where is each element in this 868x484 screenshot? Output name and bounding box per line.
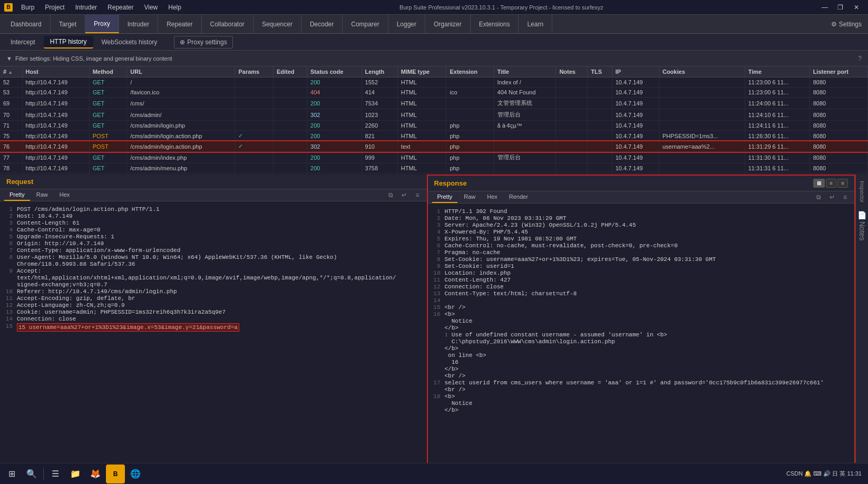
col-length[interactable]: Length xyxy=(362,66,397,78)
tab-decoder[interactable]: Decoder xyxy=(301,15,343,33)
col-id[interactable]: # ▲ xyxy=(0,66,22,78)
response-tab-raw[interactable]: Raw xyxy=(459,191,481,203)
response-panel-header: Response ⊞ ≡ ≡ xyxy=(428,176,855,191)
menu-project[interactable]: Project xyxy=(41,3,69,12)
resp-line-18: 18 <b> xyxy=(432,393,851,400)
inspector-notes-icon[interactable]: Notes xyxy=(858,221,866,241)
table-row[interactable]: 69 http://10.4.7.149 GET /cms/ 200 7534 … xyxy=(0,98,868,109)
col-port[interactable]: Listener port xyxy=(810,66,867,78)
view-list-button[interactable]: ≡ xyxy=(826,179,836,188)
cell-method: GET xyxy=(89,121,127,131)
col-edited[interactable]: Edited xyxy=(273,66,307,78)
request-wrap-icon[interactable]: ↵ xyxy=(398,190,410,200)
request-tab-raw[interactable]: Raw xyxy=(31,189,53,201)
sub-nav: Intercept HTTP history WebSockets histor… xyxy=(0,34,868,51)
cell-port: 8080 xyxy=(810,78,867,88)
table-row[interactable]: 77 http://10.4.7.149 GET /cms/admin/inde… xyxy=(0,152,868,163)
taskbar-firefox[interactable]: 🦊 xyxy=(86,464,105,483)
tab-comparer[interactable]: Comparer xyxy=(343,15,388,33)
taskbar-files[interactable]: 📁 xyxy=(66,464,85,483)
taskbar-search[interactable]: 🔍 xyxy=(22,464,41,483)
tab-proxy[interactable]: Proxy xyxy=(85,15,119,33)
menu-repeater[interactable]: Repeater xyxy=(103,3,138,12)
taskbar-sep1 xyxy=(43,468,44,480)
tab-repeater[interactable]: Repeater xyxy=(158,15,201,33)
col-time[interactable]: Time xyxy=(745,66,810,78)
subnav-intercept[interactable]: Intercept xyxy=(4,36,42,48)
tab-logger[interactable]: Logger xyxy=(388,15,425,33)
inspector-doc-icon[interactable]: 📄 xyxy=(857,211,866,219)
taskbar-windows[interactable]: ⊞ xyxy=(2,464,21,483)
table-row[interactable]: 76 http://10.4.7.149 POST /cms/admin/log… xyxy=(0,141,868,152)
subnav-websockets[interactable]: WebSockets history xyxy=(95,36,164,48)
menu-help[interactable]: Help xyxy=(164,3,186,12)
tab-sequencer[interactable]: Sequencer xyxy=(253,15,301,33)
view-grid-button[interactable]: ⊞ xyxy=(813,179,825,188)
cell-cookies xyxy=(659,78,745,88)
close-button[interactable]: ✕ xyxy=(849,2,864,13)
request-copy-icon[interactable]: ⧉ xyxy=(385,190,396,200)
tab-organizer[interactable]: Organizer xyxy=(425,15,471,33)
col-params[interactable]: Params xyxy=(235,66,274,78)
resp-line-11: 11 Content-Length: 427 xyxy=(432,277,851,283)
menu-intruder[interactable]: Intruder xyxy=(71,3,101,12)
tab-collaborator[interactable]: Collaborator xyxy=(202,15,253,33)
table-row[interactable]: 75 http://10.4.7.149 POST /cms/admin/log… xyxy=(0,131,868,141)
response-tab-pretty[interactable]: Pretty xyxy=(432,191,458,203)
tab-target[interactable]: Target xyxy=(51,15,85,33)
response-more-icon[interactable]: ≡ xyxy=(840,192,850,202)
maximize-button[interactable]: ❐ xyxy=(833,2,848,13)
table-row[interactable]: 71 http://10.4.7.149 GET /cms/admin/logi… xyxy=(0,121,868,131)
cell-mime: text xyxy=(397,141,446,152)
table-row[interactable]: 78 http://10.4.7.149 GET /cms/admin/menu… xyxy=(0,163,868,173)
col-status[interactable]: Status code xyxy=(307,66,362,78)
cell-length: 910 xyxy=(362,141,397,152)
taskbar-system-tray: CSDN 🔔 ⌨ 🔊 日 英 11:31 xyxy=(786,470,862,478)
request-more-icon[interactable]: ≡ xyxy=(412,190,422,200)
proxy-settings-button[interactable]: ⊕ Proxy settings xyxy=(174,36,232,49)
request-title: Request xyxy=(6,178,33,186)
menu-burp[interactable]: Burp xyxy=(17,3,38,12)
col-ext[interactable]: Extension xyxy=(446,66,494,78)
subnav-http-history[interactable]: HTTP history xyxy=(44,36,93,49)
request-tabs-left: Pretty Raw Hex xyxy=(4,189,75,201)
col-method[interactable]: Method xyxy=(89,66,127,78)
minimize-button[interactable]: — xyxy=(817,2,832,13)
col-mime[interactable]: MIME type xyxy=(397,66,446,78)
cell-host: http://10.4.7.149 xyxy=(22,109,89,121)
col-notes[interactable]: Notes xyxy=(556,66,588,78)
menu-view[interactable]: View xyxy=(140,3,162,12)
filter-help-icon[interactable]: ? xyxy=(858,55,862,62)
tab-learn[interactable]: Learn xyxy=(519,15,552,33)
table-row[interactable]: 70 http://10.4.7.149 GET /cms/admin/ 302… xyxy=(0,109,868,121)
cell-title xyxy=(494,141,556,152)
cell-ip: 10.4.7.149 xyxy=(612,78,659,88)
col-url[interactable]: URL xyxy=(127,66,235,78)
inspector-label[interactable]: Inspector xyxy=(858,179,866,205)
col-title[interactable]: Title xyxy=(494,66,556,78)
taskbar-browser[interactable]: 🌐 xyxy=(126,464,145,483)
taskbar-burp[interactable]: B xyxy=(106,464,125,483)
response-copy-icon[interactable]: ⧉ xyxy=(813,192,824,202)
response-tab-hex[interactable]: Hex xyxy=(482,191,503,203)
tab-dashboard[interactable]: Dashboard xyxy=(2,15,51,33)
cell-tls xyxy=(588,109,612,121)
filter-text[interactable]: ▼ Filter settings: Hiding CSS, image and… xyxy=(6,55,172,62)
taskbar-taskview[interactable]: ☰ xyxy=(46,464,65,483)
request-tab-hex[interactable]: Hex xyxy=(54,189,75,201)
settings-small-icon: ⊕ xyxy=(180,38,185,46)
tab-extensions[interactable]: Extensions xyxy=(471,15,519,33)
col-ip[interactable]: IP xyxy=(612,66,659,78)
view-more-button[interactable]: ≡ xyxy=(837,179,848,188)
request-tab-pretty[interactable]: Pretty xyxy=(4,189,30,201)
cell-url: /cms/admin/ xyxy=(127,109,235,121)
response-tab-render[interactable]: Render xyxy=(504,191,533,203)
settings-button[interactable]: ⚙ Settings xyxy=(825,15,868,33)
col-host[interactable]: Host xyxy=(22,66,89,78)
col-tls[interactable]: TLS xyxy=(588,66,612,78)
table-row[interactable]: 52 http://10.4.7.149 GET / 200 1552 HTML… xyxy=(0,78,868,88)
table-row[interactable]: 53 http://10.4.7.149 GET /favicon.ico 40… xyxy=(0,88,868,98)
col-cookies[interactable]: Cookies xyxy=(659,66,745,78)
tab-intruder[interactable]: Intruder xyxy=(119,15,158,33)
response-wrap-icon[interactable]: ↵ xyxy=(826,192,838,202)
